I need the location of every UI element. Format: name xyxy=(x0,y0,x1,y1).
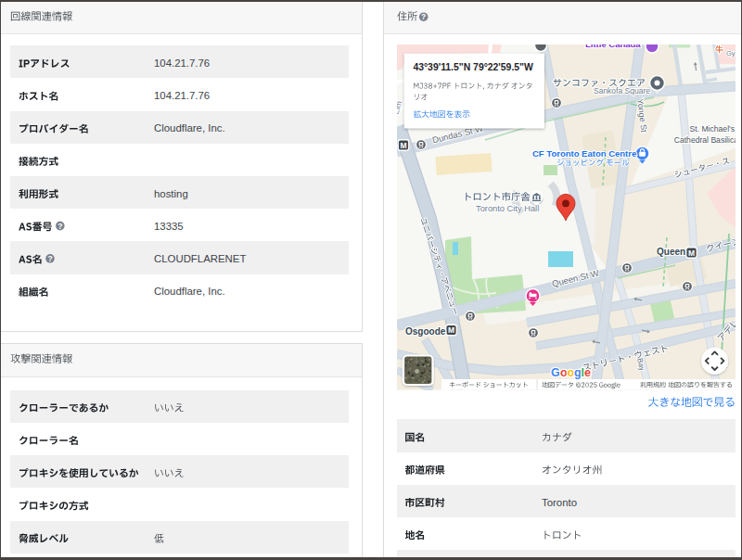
svg-text:M: M xyxy=(688,248,695,258)
svg-text:St. Michael's: St. Michael's xyxy=(690,124,735,134)
svg-text:Sankofa Square: Sankofa Square xyxy=(594,86,650,95)
svg-text:Toronto City Hall: Toronto City Hall xyxy=(476,204,539,213)
svg-text:?: ? xyxy=(58,222,62,231)
svg-text:Little Canada: Little Canada xyxy=(585,39,641,49)
svg-text:Gy: Gy xyxy=(726,49,736,57)
svg-text:CF Toronto Eaton Centre: CF Toronto Eaton Centre xyxy=(532,148,636,159)
svg-text:G: G xyxy=(551,366,560,379)
svg-text:e: e xyxy=(584,366,591,379)
svg-text:M: M xyxy=(400,141,406,150)
svg-text:43°39'11.5"N 79°22'59.5"W: 43°39'11.5"N 79°22'59.5"W xyxy=(413,62,533,72)
svg-text:M: M xyxy=(448,325,454,335)
svg-text:Queen: Queen xyxy=(657,247,685,257)
svg-text:g: g xyxy=(574,366,582,379)
svg-text:Cathedral Basilica: Cathedral Basilica xyxy=(674,135,738,145)
svg-text:Osgoode: Osgoode xyxy=(405,326,446,337)
svg-text:?: ? xyxy=(421,12,426,21)
svg-text:?: ? xyxy=(47,254,52,263)
